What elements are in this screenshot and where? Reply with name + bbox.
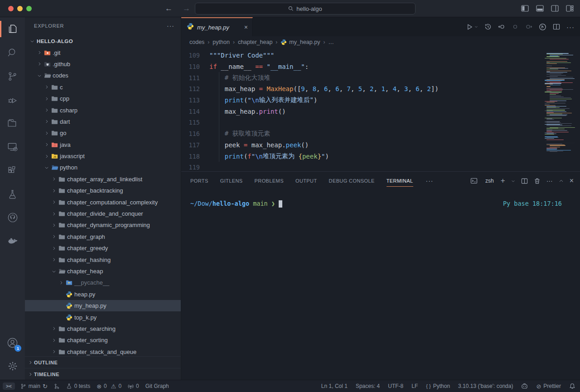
tree-item-dart[interactable]: dart [25, 116, 181, 127]
editor-more-actions-icon[interactable]: ··· [566, 23, 575, 31]
testing-view-icon[interactable] [0, 182, 25, 206]
breadcrumb-more[interactable]: … [328, 39, 334, 45]
panel-more-actions-icon[interactable]: ··· [546, 177, 553, 184]
problems-status[interactable]: ⊗ 0 ⚠ 0 [97, 383, 121, 390]
git-graph-button-icon[interactable] [54, 383, 60, 389]
source-control-view-icon[interactable] [0, 64, 25, 88]
tree-item-chapter-stack-and-queue[interactable]: chapter_stack_and_queue [25, 346, 181, 356]
code-line-115[interactable]: 115 [181, 117, 580, 128]
tree-item-csharp[interactable]: csharp [25, 104, 181, 116]
python-interpreter-status[interactable]: 3.10.13 ('base': conda) [458, 383, 513, 389]
panel-tab-ports[interactable]: PORTS [190, 172, 208, 190]
explorer-view-icon[interactable] [0, 17, 25, 41]
tree-item-c[interactable]: c [25, 82, 181, 93]
shell-name[interactable]: zsh [485, 178, 494, 184]
split-terminal-icon[interactable] [521, 178, 528, 184]
remote-indicator[interactable]: >< [3, 382, 15, 390]
tree-item-chapter-backtracking[interactable]: chapter_backtracking [25, 185, 181, 196]
code-line-116[interactable]: 116 # 获取堆顶元素 [181, 128, 580, 140]
tab-my-heap-py[interactable]: my_heap.py × [181, 17, 253, 36]
code-line-112[interactable]: 112 max_heap = MaxHeap([9, 8, 6, 6, 7, 5… [181, 83, 580, 95]
panel-tab-terminal[interactable]: TERMINAL [387, 172, 413, 190]
tree-item-chapter-searching[interactable]: chapter_searching [25, 323, 181, 334]
window-close-button[interactable] [8, 6, 14, 11]
prettier-status[interactable]: ⊘ Prettier [536, 383, 561, 390]
tree-item-java[interactable]: java [25, 139, 181, 150]
eol-status[interactable]: LF [411, 383, 418, 389]
breadcrumb-my-heap-py[interactable]: my_heap.py [280, 39, 320, 45]
window-zoom-button[interactable] [26, 6, 32, 11]
command-center-search[interactable]: hello-algo [195, 3, 416, 15]
tree-item-chapter-divide-and-conquer[interactable]: chapter_divide_and_conquer [25, 208, 181, 219]
language-mode-status[interactable]: { } Python [426, 383, 450, 389]
close-panel-icon[interactable]: × [570, 177, 574, 185]
run-code-icon[interactable] [539, 23, 546, 31]
tree-item-heap-py[interactable]: heap.py [25, 289, 181, 300]
tree-item-top-k-py[interactable]: top_k.py [25, 311, 181, 323]
code-line-114[interactable]: 114 max_heap.print() [181, 106, 580, 117]
code-line-113[interactable]: 113 print("\n输入列表并建堆后") [181, 95, 580, 106]
copilot-icon[interactable] [521, 383, 528, 390]
run-debug-view-icon[interactable] [0, 88, 25, 111]
ports-status[interactable]: 0 [128, 383, 139, 389]
docker-view-icon[interactable] [0, 229, 25, 253]
encoding-status[interactable]: UTF-8 [388, 383, 403, 389]
breadcrumb-python[interactable]: python [213, 39, 230, 45]
toggle-sidebar-icon[interactable] [521, 5, 529, 12]
tree-item-go[interactable]: go [25, 127, 181, 139]
github-view-icon[interactable] [0, 206, 25, 229]
code-line-111[interactable]: 111 # 初始化大顶堆 [181, 72, 580, 83]
project-manager-view-icon[interactable] [0, 111, 25, 135]
tree-item-chapter-computational-complexity[interactable]: chapter_computational_complexity [25, 196, 181, 208]
window-minimize-button[interactable] [17, 6, 23, 11]
new-terminal-icon[interactable]: + [501, 176, 505, 185]
code-line-118[interactable]: 118 print(f"\n堆顶元素为 {peek}") [181, 150, 580, 162]
tree-item-cpp[interactable]: cpp [25, 93, 181, 104]
terminal-dropdown-icon[interactable] [511, 179, 515, 183]
panel-tab-problems[interactable]: PROBLEMS [255, 172, 284, 190]
tree-item--github[interactable]: .github [25, 58, 181, 70]
navigate-back-button[interactable]: ← [165, 4, 173, 13]
cursor-position-status[interactable]: Ln 1, Col 1 [321, 383, 348, 389]
minimap[interactable] [544, 52, 576, 152]
tree-item-codes[interactable]: codes [25, 70, 181, 81]
tree-item-chapter-sorting[interactable]: chapter_sorting [25, 334, 181, 346]
timeline-section[interactable]: TIMELINE [25, 368, 181, 380]
tree-item-python[interactable]: python [25, 162, 181, 173]
explorer-more-actions-icon[interactable]: ··· [167, 22, 174, 29]
code-line-109[interactable]: 109"""Driver Code""" [181, 50, 580, 61]
tree-item-chapter-dynamic-programming[interactable]: chapter_dynamic_programming [25, 219, 181, 231]
code-line-119[interactable]: 119 [181, 162, 580, 171]
code-line-117[interactable]: 117 peek = max_heap.peek() [181, 140, 580, 151]
kill-terminal-trash-icon[interactable] [534, 178, 541, 184]
toggle-panel-icon[interactable] [536, 5, 544, 12]
tree-item-chapter-heap[interactable]: chapter_heap [25, 266, 181, 277]
tree-item-chapter-greedy[interactable]: chapter_greedy [25, 242, 181, 254]
terminal-content[interactable]: ~/Dow/hello-algo main ❯ Py base 18:17:16 [181, 190, 580, 380]
navigate-back-editor-icon[interactable] [498, 23, 505, 30]
accounts-icon[interactable]: 1 [0, 331, 25, 354]
panel-tab-gitlens[interactable]: GITLENS [220, 172, 243, 190]
outline-section[interactable]: OUTLINE [25, 356, 181, 368]
sync-icon[interactable]: ↻ [43, 383, 48, 390]
breadcrumb-codes[interactable]: codes [189, 39, 204, 45]
tree-item-chapter-array-and-linkedlist[interactable]: chapter_array_and_linkedlist [25, 174, 181, 185]
breadcrumb-chapter-heap[interactable]: chapter_heap [238, 39, 272, 45]
panel-tab-debug-console[interactable]: DEBUG CONSOLE [329, 172, 375, 190]
search-view-icon[interactable] [0, 41, 25, 64]
tree-item-javascript[interactable]: JSjavascript [25, 150, 181, 162]
tab-close-icon[interactable]: × [244, 24, 248, 31]
timeline-history-icon[interactable] [484, 23, 492, 30]
extensions-view-icon[interactable] [0, 159, 25, 182]
settings-gear-icon[interactable] [0, 354, 25, 378]
indentation-status[interactable]: Spaces: 4 [356, 383, 380, 389]
tree-item--pycache-[interactable]: __pycache__ [25, 277, 181, 288]
run-python-file-button[interactable] [466, 24, 478, 30]
navigate-forward-button[interactable]: → [183, 4, 190, 13]
git-branch-status[interactable]: main ↻ [20, 383, 48, 390]
tree-item-my-heap-py[interactable]: my_heap.py [25, 300, 181, 311]
tree-item-hello-algo[interactable]: HELLO-ALGO [25, 35, 181, 47]
split-editor-icon[interactable] [553, 23, 560, 30]
panel-more-tabs-icon[interactable]: ··· [426, 177, 434, 184]
code-editor[interactable]: 109"""Driver Code"""110if __name__ == "_… [181, 48, 580, 171]
